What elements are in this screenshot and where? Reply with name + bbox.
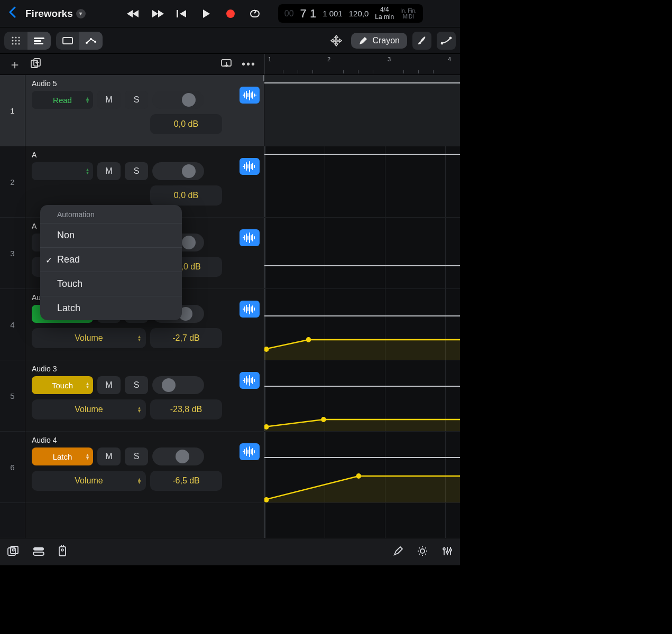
- svg-point-36: [443, 548, 445, 550]
- track-number[interactable]: 1: [0, 75, 25, 146]
- curve-tool[interactable]: [437, 32, 456, 50]
- mute-button[interactable]: M: [97, 447, 121, 465]
- subheader: ＋ ••• 1 2 3 4: [0, 54, 460, 75]
- plugin-icon[interactable]: [58, 545, 67, 559]
- move-tool-button[interactable]: [327, 32, 346, 50]
- svg-point-3: [15, 36, 16, 38]
- library-icon[interactable]: [7, 546, 19, 558]
- automation-lane[interactable]: [264, 218, 460, 289]
- ruler-tick: 4: [448, 56, 451, 62]
- svg-point-4: [18, 36, 20, 38]
- svg-point-8: [12, 43, 13, 44]
- track-number[interactable]: 5: [0, 360, 25, 432]
- rewind-button[interactable]: [124, 5, 143, 22]
- topbar: Fireworks ▾ 00 7 1 1 001 120,0 4/4 La mi…: [0, 0, 460, 27]
- solo-button[interactable]: S: [125, 376, 148, 394]
- svg-point-6: [15, 40, 16, 41]
- go-to-start-button[interactable]: [172, 5, 191, 22]
- track-name: Audio 3: [32, 365, 57, 373]
- automation-mode-chip[interactable]: Touch▴▾: [32, 376, 93, 394]
- automation-lane[interactable]: [264, 360, 460, 432]
- ruler[interactable]: 1 2 3 4: [264, 54, 460, 74]
- popup-item-non[interactable]: Non: [40, 223, 182, 248]
- solo-button[interactable]: S: [125, 91, 148, 109]
- svg-rect-32: [33, 552, 44, 555]
- automation-value[interactable]: -6,5 dB: [150, 471, 222, 491]
- automation-lane[interactable]: [264, 75, 460, 146]
- track-header[interactable]: Audio 3 Touch▴▾ M S Volume▴▾ -23,8 dB: [25, 360, 264, 432]
- popup-item-touch[interactable]: Touch: [40, 272, 182, 296]
- mixer-icon[interactable]: [442, 546, 453, 558]
- add-track-button[interactable]: ＋: [8, 56, 21, 73]
- pan-slider[interactable]: [152, 91, 204, 109]
- automation-param[interactable]: Volume▴▾: [32, 399, 146, 419]
- lcd-display[interactable]: 00 7 1 1 001 120,0 4/4 La min In. Fin. M…: [278, 4, 423, 22]
- grid-view-button[interactable]: [4, 32, 27, 50]
- catch-playhead-button[interactable]: [220, 59, 232, 70]
- track-header[interactable]: Audio 5 Read▴▾ M S 0,0 dB: [25, 75, 264, 146]
- automation-value[interactable]: -23,8 dB: [150, 399, 222, 419]
- svg-point-38: [449, 549, 452, 551]
- track-number[interactable]: 6: [0, 432, 25, 503]
- svg-point-26: [321, 417, 326, 422]
- automation-view-button[interactable]: [79, 32, 103, 50]
- solo-button[interactable]: S: [125, 447, 148, 465]
- more-menu-button[interactable]: •••: [242, 58, 256, 70]
- brightness-icon[interactable]: [417, 545, 428, 559]
- record-button[interactable]: [221, 5, 240, 22]
- cycle-button[interactable]: [245, 5, 264, 22]
- popup-item-read[interactable]: ✓Read: [40, 248, 182, 272]
- svg-point-34: [61, 549, 63, 551]
- mute-button[interactable]: M: [97, 376, 121, 394]
- timeline[interactable]: [264, 75, 460, 538]
- crayon-label: Crayon: [372, 36, 400, 45]
- project-title-text: Fireworks: [25, 8, 73, 20]
- automation-mode-chip[interactable]: ▴▾: [32, 162, 93, 180]
- play-button[interactable]: [197, 5, 216, 22]
- track-number[interactable]: 3: [0, 218, 25, 289]
- automation-value[interactable]: -2,7 dB: [150, 328, 222, 348]
- automation-value[interactable]: 0,0 dB: [150, 114, 222, 134]
- tracks-area: 1 2 3 4 5 6 Audio 5 Read▴▾ M S 0,0 dB: [0, 75, 460, 538]
- svg-rect-12: [34, 40, 41, 42]
- automation-value[interactable]: 0,0 dB: [150, 185, 222, 206]
- pan-slider[interactable]: [152, 162, 204, 180]
- automation-mode-chip[interactable]: Read▴▾: [32, 91, 93, 109]
- track-numbers: 1 2 3 4 5 6: [0, 75, 25, 538]
- pan-slider[interactable]: [152, 447, 204, 465]
- controls-icon[interactable]: [33, 546, 44, 558]
- mute-button[interactable]: M: [97, 162, 121, 180]
- automation-lane[interactable]: [264, 289, 460, 360]
- track-header[interactable]: Audio 4 Latch▴▾ M S Volume▴▾ -6,5 dB: [25, 432, 264, 503]
- track-name: Audio 4: [32, 436, 57, 444]
- brush-tool[interactable]: [412, 32, 431, 50]
- svg-point-1: [226, 10, 235, 18]
- pan-slider[interactable]: [152, 376, 204, 394]
- edit-icon[interactable]: [393, 546, 403, 558]
- duplicate-track-button[interactable]: [31, 58, 41, 71]
- svg-rect-13: [34, 43, 43, 44]
- crayon-tool[interactable]: Crayon: [351, 33, 407, 49]
- project-title[interactable]: Fireworks ▾: [25, 8, 86, 20]
- back-button[interactable]: [5, 6, 19, 21]
- forward-button[interactable]: [148, 5, 167, 22]
- popup-item-latch[interactable]: Latch: [40, 296, 182, 320]
- track-number[interactable]: 4: [0, 289, 25, 360]
- solo-button[interactable]: S: [125, 162, 148, 180]
- waveform-icon: [240, 443, 260, 460]
- mute-button[interactable]: M: [97, 91, 121, 109]
- track-view-button[interactable]: [27, 32, 51, 50]
- lcd-bar: 7 1: [300, 7, 317, 21]
- region-view-button[interactable]: [56, 32, 79, 50]
- automation-lane[interactable]: [264, 146, 460, 218]
- svg-point-24: [306, 337, 311, 342]
- lcd-beat: 1 001: [323, 9, 343, 18]
- automation-lane[interactable]: [264, 432, 460, 503]
- automation-mode-chip[interactable]: Latch▴▾: [32, 447, 93, 465]
- automation-param[interactable]: Volume▴▾: [32, 328, 146, 348]
- track-number[interactable]: 2: [0, 146, 25, 218]
- automation-param[interactable]: Volume▴▾: [32, 471, 146, 491]
- ruler-tick: 2: [327, 56, 330, 62]
- waveform-icon: [240, 158, 260, 175]
- svg-rect-0: [177, 10, 178, 17]
